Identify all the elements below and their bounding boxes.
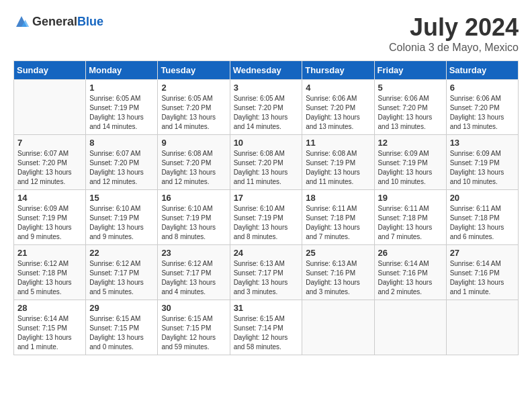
calendar-cell [446,300,518,355]
calendar-cell [14,80,86,135]
calendar-cell: 26Sunrise: 6:14 AMSunset: 7:16 PMDayligh… [374,245,446,300]
calendar-cell: 28Sunrise: 6:14 AMSunset: 7:15 PMDayligh… [14,300,86,355]
day-number: 25 [306,248,370,258]
logo-blue-text: Blue [77,15,103,28]
day-number: 11 [306,138,370,148]
calendar-cell: 12Sunrise: 6:09 AMSunset: 7:19 PMDayligh… [374,135,446,190]
calendar-cell: 20Sunrise: 6:11 AMSunset: 7:18 PMDayligh… [446,190,518,245]
day-number: 27 [450,248,515,258]
logo-icon [13,13,30,30]
calendar-week-row: 7Sunrise: 6:07 AMSunset: 7:20 PMDaylight… [14,135,519,190]
calendar-week-row: 14Sunrise: 6:09 AMSunset: 7:19 PMDayligh… [14,190,519,245]
day-info: Sunrise: 6:10 AMSunset: 7:19 PMDaylight:… [89,204,154,242]
calendar-week-row: 1Sunrise: 6:05 AMSunset: 7:19 PMDaylight… [14,80,519,135]
day-info: Sunrise: 6:09 AMSunset: 7:19 PMDaylight:… [17,204,82,242]
day-info: Sunrise: 6:15 AMSunset: 7:15 PMDaylight:… [161,314,226,352]
calendar-cell: 16Sunrise: 6:10 AMSunset: 7:19 PMDayligh… [158,190,230,245]
day-number: 15 [89,193,154,203]
day-info: Sunrise: 6:09 AMSunset: 7:19 PMDaylight:… [450,149,515,187]
day-number: 9 [161,138,226,148]
calendar-cell: 25Sunrise: 6:13 AMSunset: 7:16 PMDayligh… [302,245,374,300]
calendar-table: SundayMondayTuesdayWednesdayThursdayFrid… [13,60,519,355]
day-info: Sunrise: 6:15 AMSunset: 7:14 PMDaylight:… [234,314,299,352]
calendar-cell: 1Sunrise: 6:05 AMSunset: 7:19 PMDaylight… [86,80,158,135]
day-number: 8 [89,138,154,148]
day-number: 17 [234,193,299,203]
day-number: 3 [234,83,299,93]
day-number: 22 [89,248,154,258]
day-info: Sunrise: 6:09 AMSunset: 7:19 PMDaylight:… [378,149,443,187]
calendar-body: 1Sunrise: 6:05 AMSunset: 7:19 PMDaylight… [14,80,519,355]
calendar-week-row: 21Sunrise: 6:12 AMSunset: 7:18 PMDayligh… [14,245,519,300]
day-number: 13 [450,138,515,148]
day-info: Sunrise: 6:12 AMSunset: 7:17 PMDaylight:… [89,259,154,297]
day-number: 1 [89,83,154,93]
calendar-cell: 29Sunrise: 6:15 AMSunset: 7:15 PMDayligh… [86,300,158,355]
day-number: 24 [234,248,299,258]
calendar-cell: 15Sunrise: 6:10 AMSunset: 7:19 PMDayligh… [86,190,158,245]
day-info: Sunrise: 6:15 AMSunset: 7:15 PMDaylight:… [89,314,154,352]
calendar-cell: 18Sunrise: 6:11 AMSunset: 7:18 PMDayligh… [302,190,374,245]
location-title: Colonia 3 de Mayo, Mexico [389,42,519,54]
col-header-thursday: Thursday [302,61,374,80]
day-number: 20 [450,193,515,203]
day-info: Sunrise: 6:07 AMSunset: 7:20 PMDaylight:… [17,149,82,187]
day-info: Sunrise: 6:14 AMSunset: 7:16 PMDaylight:… [450,259,515,297]
calendar-cell: 27Sunrise: 6:14 AMSunset: 7:16 PMDayligh… [446,245,518,300]
calendar-cell: 5Sunrise: 6:06 AMSunset: 7:20 PMDaylight… [374,80,446,135]
day-info: Sunrise: 6:08 AMSunset: 7:20 PMDaylight:… [234,149,299,187]
calendar-cell: 2Sunrise: 6:05 AMSunset: 7:20 PMDaylight… [158,80,230,135]
day-info: Sunrise: 6:07 AMSunset: 7:20 PMDaylight:… [89,149,154,187]
day-number: 10 [234,138,299,148]
day-number: 30 [161,303,226,313]
day-info: Sunrise: 6:05 AMSunset: 7:20 PMDaylight:… [234,94,299,132]
col-header-wednesday: Wednesday [230,61,302,80]
day-number: 16 [161,193,226,203]
calendar-cell: 7Sunrise: 6:07 AMSunset: 7:20 PMDaylight… [14,135,86,190]
calendar-cell: 14Sunrise: 6:09 AMSunset: 7:19 PMDayligh… [14,190,86,245]
day-info: Sunrise: 6:05 AMSunset: 7:19 PMDaylight:… [89,94,154,132]
calendar-cell: 13Sunrise: 6:09 AMSunset: 7:19 PMDayligh… [446,135,518,190]
day-info: Sunrise: 6:14 AMSunset: 7:16 PMDaylight:… [378,259,443,297]
calendar-cell: 8Sunrise: 6:07 AMSunset: 7:20 PMDaylight… [86,135,158,190]
calendar-cell: 23Sunrise: 6:12 AMSunset: 7:17 PMDayligh… [158,245,230,300]
col-header-saturday: Saturday [446,61,518,80]
day-number: 7 [17,138,82,148]
calendar-header-row: SundayMondayTuesdayWednesdayThursdayFrid… [14,61,519,80]
month-title: July 2024 [389,13,519,42]
calendar-cell: 10Sunrise: 6:08 AMSunset: 7:20 PMDayligh… [230,135,302,190]
day-info: Sunrise: 6:14 AMSunset: 7:15 PMDaylight:… [17,314,82,352]
calendar-cell [374,300,446,355]
day-info: Sunrise: 6:11 AMSunset: 7:18 PMDaylight:… [450,204,515,242]
calendar-cell: 21Sunrise: 6:12 AMSunset: 7:18 PMDayligh… [14,245,86,300]
calendar-cell: 22Sunrise: 6:12 AMSunset: 7:17 PMDayligh… [86,245,158,300]
day-info: Sunrise: 6:06 AMSunset: 7:20 PMDaylight:… [306,94,370,132]
col-header-tuesday: Tuesday [158,61,230,80]
calendar-cell: 4Sunrise: 6:06 AMSunset: 7:20 PMDaylight… [302,80,374,135]
day-info: Sunrise: 6:11 AMSunset: 7:18 PMDaylight:… [378,204,443,242]
calendar-cell [302,300,374,355]
calendar-cell: 17Sunrise: 6:10 AMSunset: 7:19 PMDayligh… [230,190,302,245]
day-number: 31 [234,303,299,313]
logo: GeneralBlue [13,13,103,30]
col-header-sunday: Sunday [14,61,86,80]
calendar-week-row: 28Sunrise: 6:14 AMSunset: 7:15 PMDayligh… [14,300,519,355]
day-number: 5 [378,83,443,93]
title-area: July 2024 Colonia 3 de Mayo, Mexico [389,13,519,54]
day-info: Sunrise: 6:06 AMSunset: 7:20 PMDaylight:… [378,94,443,132]
day-info: Sunrise: 6:13 AMSunset: 7:17 PMDaylight:… [234,259,299,297]
day-info: Sunrise: 6:12 AMSunset: 7:17 PMDaylight:… [161,259,226,297]
calendar-cell: 11Sunrise: 6:08 AMSunset: 7:19 PMDayligh… [302,135,374,190]
day-number: 26 [378,248,443,258]
col-header-monday: Monday [86,61,158,80]
day-number: 18 [306,193,370,203]
day-number: 2 [161,83,226,93]
day-info: Sunrise: 6:10 AMSunset: 7:19 PMDaylight:… [234,204,299,242]
day-number: 21 [17,248,82,258]
day-info: Sunrise: 6:08 AMSunset: 7:20 PMDaylight:… [161,149,226,187]
day-info: Sunrise: 6:06 AMSunset: 7:20 PMDaylight:… [450,94,515,132]
day-info: Sunrise: 6:08 AMSunset: 7:19 PMDaylight:… [306,149,370,187]
calendar-cell: 24Sunrise: 6:13 AMSunset: 7:17 PMDayligh… [230,245,302,300]
calendar-cell: 6Sunrise: 6:06 AMSunset: 7:20 PMDaylight… [446,80,518,135]
day-number: 23 [161,248,226,258]
